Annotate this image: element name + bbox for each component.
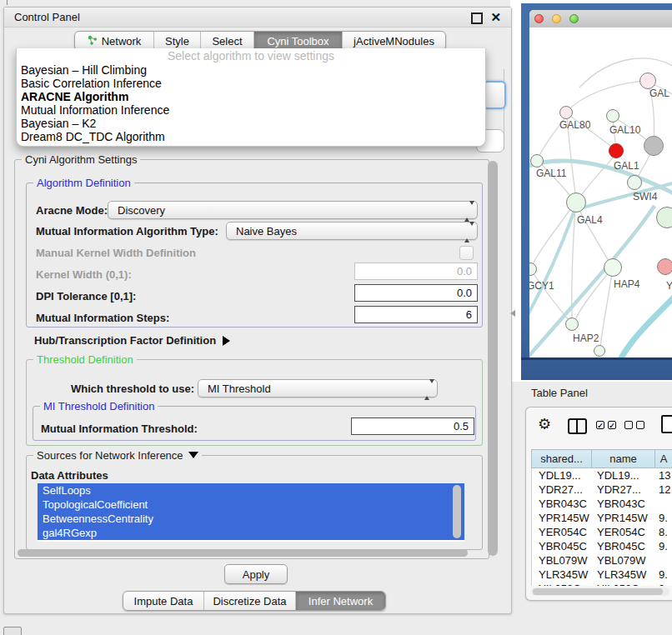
column-header[interactable]: shared... bbox=[532, 450, 592, 468]
node-gray[interactable] bbox=[644, 136, 664, 156]
tab-cyni-toolbox[interactable]: Cyni Toolbox bbox=[253, 32, 342, 50]
which-threshold-combo[interactable]: MI Threshold bbox=[198, 379, 438, 398]
mac-zoom-button[interactable] bbox=[569, 14, 579, 23]
algorithm-option[interactable]: Bayesian – Hill Climbing bbox=[17, 63, 485, 77]
table-row[interactable]: YIL052CYIL052C9 bbox=[532, 582, 672, 586]
table-body: YDL19...YDL19...13 YDR27...YDR27...12 YB… bbox=[531, 468, 672, 586]
tab-discretize-data[interactable]: Discretize Data bbox=[203, 592, 295, 610]
node-gal80[interactable] bbox=[559, 106, 573, 119]
table-horizontal-scrollbar[interactable] bbox=[531, 588, 669, 596]
combo-arrows-icon bbox=[464, 205, 470, 217]
node-salmon[interactable] bbox=[657, 258, 672, 275]
manual-kernel-checkbox[interactable] bbox=[459, 246, 474, 260]
sources-toggle[interactable]: Sources for Network Inference bbox=[33, 449, 202, 462]
list-item[interactable]: BetweennessCentrality bbox=[38, 512, 464, 526]
tab-network[interactable]: Network bbox=[75, 32, 153, 50]
kernel-width-field[interactable] bbox=[354, 262, 478, 280]
gear-icon[interactable]: ⚙ bbox=[538, 416, 551, 432]
scrollbar-thumb[interactable] bbox=[533, 588, 663, 595]
close-icon[interactable]: ✕ bbox=[490, 9, 501, 26]
combo-value: Naive Bayes bbox=[236, 225, 297, 238]
node-label: GAL4 bbox=[577, 214, 603, 226]
node-swi4-large[interactable] bbox=[656, 207, 672, 228]
tab-impute-data[interactable]: Impute Data bbox=[123, 592, 203, 610]
algorithm-option[interactable]: Mutual Information Inference bbox=[17, 103, 485, 117]
node-label: GAL1 bbox=[614, 160, 639, 172]
network-view-window[interactable]: GAL GAL80 GAL10 GAL1 GAL11 SWI4 GAL4 GCY… bbox=[521, 3, 672, 380]
mi-threshold-label: Mutual Information Threshold: bbox=[41, 422, 198, 435]
column-header[interactable]: A bbox=[655, 450, 672, 468]
mac-minimize-button[interactable] bbox=[552, 14, 561, 23]
table-row[interactable]: YBL079WYBL079W bbox=[532, 553, 672, 568]
table-row[interactable]: YBR045CYBR045C9. bbox=[532, 539, 672, 553]
network-window-titlebar[interactable] bbox=[529, 10, 672, 28]
table-row[interactable]: YLR345WYLR345W9. bbox=[532, 568, 672, 582]
algorithm-option[interactable]: Bayesian – K2 bbox=[17, 117, 485, 130]
tab-label: Select bbox=[212, 35, 242, 48]
tab-infer-network[interactable]: Infer Network bbox=[295, 592, 385, 610]
algorithm-option[interactable]: Basic Correlation Inference bbox=[17, 77, 485, 90]
attributes-scrollbar[interactable] bbox=[453, 485, 461, 538]
screen: Control Panel ✕ Network Style bbox=[0, 0, 672, 635]
algorithm-combo-fragment[interactable] bbox=[483, 81, 506, 109]
node-pink[interactable] bbox=[639, 72, 656, 89]
aracne-mode-combo[interactable]: Discovery bbox=[108, 201, 478, 219]
node-label: Y bbox=[666, 280, 672, 292]
apply-button[interactable]: Apply bbox=[224, 564, 288, 584]
mi-steps-field[interactable] bbox=[354, 306, 478, 323]
node-label: SWI4 bbox=[633, 191, 657, 202]
node-label: HAP4 bbox=[614, 278, 639, 290]
mi-threshold-field[interactable] bbox=[351, 418, 474, 435]
collapsed-arrow-icon bbox=[223, 336, 230, 346]
group-title: MI Threshold Definition bbox=[40, 400, 158, 412]
cyni-mode-tabs: Impute Data Discretize Data Infer Networ… bbox=[123, 591, 386, 611]
new-table-icon[interactable] bbox=[661, 415, 672, 433]
list-item[interactable]: gal4RGexp bbox=[38, 526, 464, 540]
table-row[interactable]: YBR043CYBR043C bbox=[532, 497, 672, 511]
mac-close-button[interactable] bbox=[534, 14, 544, 23]
node-hap4[interactable] bbox=[604, 258, 622, 277]
table-row[interactable]: YDR27...YDR27...12 bbox=[532, 482, 672, 497]
table-row[interactable]: YPR145WYPR145W9. bbox=[532, 511, 672, 525]
dpi-tolerance-field[interactable] bbox=[354, 284, 478, 302]
deselect-all-icon[interactable] bbox=[624, 421, 644, 429]
node-gal10[interactable] bbox=[606, 109, 619, 122]
mi-type-combo[interactable]: Naive Bayes bbox=[226, 222, 478, 240]
list-item[interactable]: SelfLoops bbox=[38, 483, 464, 498]
table-row[interactable]: YDL19...YDL19...13 bbox=[532, 468, 672, 482]
data-attributes-list: SelfLoops TopologicalCoefficient Between… bbox=[38, 483, 464, 542]
node-hap2[interactable] bbox=[565, 318, 579, 331]
table-panel-title: Table Panel bbox=[531, 387, 588, 399]
algorithm-option[interactable]: Dream8 DC_TDC Algorithm bbox=[17, 130, 485, 143]
combo-value: MI Threshold bbox=[208, 382, 271, 395]
select-all-icon[interactable]: ✓✓ bbox=[596, 421, 616, 429]
node-gal1-selected[interactable] bbox=[609, 143, 624, 158]
tab-label: Style bbox=[165, 35, 189, 48]
settings-horizontal-scrollbar[interactable] bbox=[18, 549, 468, 557]
node-gal11[interactable] bbox=[530, 154, 544, 168]
network-icon bbox=[88, 35, 98, 48]
float-window-icon[interactable] bbox=[471, 12, 483, 24]
network-canvas[interactable]: GAL GAL80 GAL10 GAL1 GAL11 SWI4 GAL4 GCY… bbox=[529, 28, 672, 358]
algorithm-dropdown-popup: Select algorithm to view settings Bayesi… bbox=[16, 48, 486, 147]
tab-style[interactable]: Style bbox=[153, 32, 200, 50]
columns-icon[interactable] bbox=[568, 418, 587, 434]
node-gal4[interactable] bbox=[566, 192, 586, 212]
table-row[interactable]: YER054CYER054C8. bbox=[532, 525, 672, 539]
combo-arrows-icon bbox=[464, 226, 470, 238]
settings-vertical-scrollbar[interactable] bbox=[488, 161, 498, 556]
splitpane-collapse-arrow[interactable] bbox=[510, 310, 515, 317]
hub-definition-label: Hub/Transcription Factor Definition bbox=[34, 334, 216, 347]
tab-jactivemnodules[interactable]: jActiveMNodules bbox=[342, 32, 445, 50]
node-swi4-small[interactable] bbox=[627, 175, 642, 190]
node-label: GAL bbox=[649, 88, 669, 99]
node-label: HAP2 bbox=[573, 332, 599, 344]
algorithm-option-selected[interactable]: ARACNE Algorithm bbox=[17, 90, 485, 103]
list-item[interactable]: TopologicalCoefficient bbox=[38, 498, 464, 512]
node-small[interactable] bbox=[594, 345, 605, 357]
bottom-left-partial-icon[interactable] bbox=[3, 627, 22, 635]
apply-label: Apply bbox=[243, 568, 270, 581]
tab-select[interactable]: Select bbox=[200, 32, 253, 50]
column-header[interactable]: name bbox=[592, 450, 655, 468]
hub-definition-toggle[interactable]: Hub/Transcription Factor Definition bbox=[34, 334, 230, 347]
